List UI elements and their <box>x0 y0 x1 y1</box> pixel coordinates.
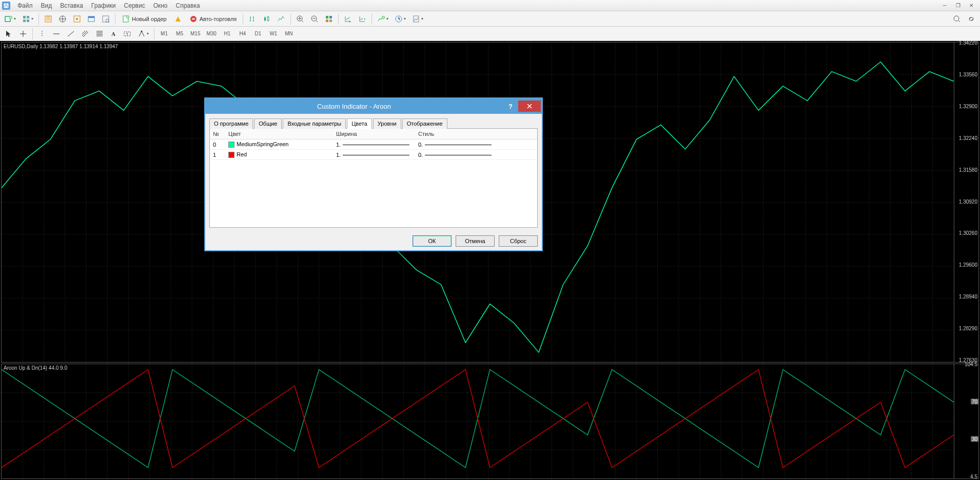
dialog-titlebar[interactable]: Custom Indicator - Aroon ? <box>205 98 542 114</box>
vertical-line-button[interactable] <box>35 28 49 40</box>
svg-point-33 <box>141 30 143 32</box>
templates-button[interactable]: ▾ <box>409 13 426 25</box>
zoom-out-button[interactable] <box>308 13 321 25</box>
metaquotes-button[interactable] <box>171 13 185 25</box>
link-icon[interactable] <box>965 13 978 25</box>
colors-tab-content: № Цвет Ширина Стиль 0 MediumSpringGreen … <box>209 128 538 228</box>
tile-windows-button[interactable] <box>322 13 336 25</box>
menu-help[interactable]: Справка <box>172 1 204 10</box>
menu-view[interactable]: Вид <box>37 1 56 10</box>
crosshair-button[interactable] <box>16 28 30 40</box>
close-button[interactable]: ✕ <box>965 1 978 10</box>
minimize-button[interactable]: ─ <box>938 1 951 10</box>
svg-rect-20 <box>267 17 269 21</box>
svg-rect-18 <box>192 18 195 19</box>
svg-text:T: T <box>126 32 129 36</box>
tab-about[interactable]: О программе <box>209 118 253 129</box>
svg-rect-12 <box>88 16 94 18</box>
objects-button[interactable]: ▾ <box>135 28 151 40</box>
svg-rect-23 <box>326 16 328 18</box>
svg-rect-5 <box>23 19 26 22</box>
timeframe-d1[interactable]: D1 <box>251 28 265 39</box>
main-chart-label: EURUSD,Daily 1.13982 1.13987 1.13914 1.1… <box>4 44 118 49</box>
periodicity-button[interactable]: ▾ <box>392 13 408 25</box>
tab-levels[interactable]: Уровни <box>373 118 401 129</box>
profiles-button[interactable]: ▾ <box>19 13 36 25</box>
data-window-button[interactable] <box>70 13 84 25</box>
draw-toolbar: A T ▾ M1 M5 M15 M30 H1 H4 D1 W1 MN <box>0 27 980 41</box>
app-icon <box>2 2 10 10</box>
menu-file[interactable]: Файл <box>13 1 37 10</box>
timeframe-m1[interactable]: M1 <box>157 28 171 39</box>
autotrading-button[interactable]: Авто-торговля <box>186 13 241 25</box>
autotrading-label: Авто-торговля <box>200 16 237 22</box>
dialog-tabs: О программе Общие Входные параметры Цвет… <box>209 118 538 128</box>
indicator-dialog: Custom Indicator - Aroon ? О программе О… <box>204 97 543 251</box>
timeframe-m30[interactable]: M30 <box>204 28 219 39</box>
search-icon[interactable] <box>950 13 964 25</box>
svg-rect-4 <box>27 16 29 18</box>
navigator-button[interactable] <box>56 13 69 25</box>
timeframe-m5[interactable]: M5 <box>172 28 187 39</box>
menu-bar: Файл Вид Вставка Графики Сервис Окно Спр… <box>0 0 980 11</box>
bar-chart-button[interactable] <box>246 13 259 25</box>
col-style[interactable]: Стиль <box>415 129 537 139</box>
help-button[interactable]: ? <box>503 101 518 112</box>
chart-shift-button[interactable] <box>356 13 369 25</box>
table-row[interactable]: 1 Red 1. 0. <box>210 150 537 160</box>
indicators-button[interactable]: ▾ <box>375 13 391 25</box>
timeframe-m15[interactable]: M15 <box>188 28 203 39</box>
cancel-button[interactable]: Отмена <box>456 235 495 247</box>
tab-display[interactable]: Отображение <box>402 118 447 129</box>
ok-button[interactable]: ОК <box>413 235 452 247</box>
new-chart-button[interactable]: ▾ <box>2 13 18 25</box>
tab-inputs[interactable]: Входные параметры <box>283 118 346 129</box>
menu-insert[interactable]: Вставка <box>56 1 87 10</box>
main-toolbar: ▾ ▾ Новый ордер Авто-торговля ▾ ▾ ▾ <box>0 11 980 27</box>
timeframe-h1[interactable]: H1 <box>220 28 234 39</box>
candle-chart-button[interactable] <box>260 13 273 25</box>
menu-charts[interactable]: Графики <box>87 1 120 10</box>
timeframe-w1[interactable]: W1 <box>266 28 281 39</box>
indicator-chart[interactable]: Aroon Up & Dn(14) 44.0 9.0 104.570304.5 <box>1 364 979 479</box>
equidistant-button[interactable] <box>79 28 92 40</box>
close-icon[interactable] <box>518 101 541 112</box>
tab-common[interactable]: Общие <box>254 118 282 129</box>
strategy-tester-button[interactable] <box>99 13 112 25</box>
text-button[interactable]: A <box>107 28 120 40</box>
maximize-button[interactable]: ❐ <box>951 1 965 10</box>
cursor-button[interactable] <box>2 28 15 40</box>
svg-rect-25 <box>326 19 328 22</box>
col-color[interactable]: Цвет <box>225 129 333 139</box>
menu-service[interactable]: Сервис <box>120 1 149 10</box>
svg-rect-24 <box>329 16 332 18</box>
horizontal-line-button[interactable] <box>50 28 63 40</box>
zoom-in-button[interactable] <box>293 13 307 25</box>
indicator-scale: 104.570304.5 <box>954 364 978 478</box>
tab-colors[interactable]: Цвета <box>347 118 372 129</box>
trend-line-button[interactable] <box>64 28 77 40</box>
colors-table: № Цвет Ширина Стиль 0 MediumSpringGreen … <box>210 129 537 160</box>
new-order-button[interactable]: Новый ордер <box>118 13 170 25</box>
reset-button[interactable]: Сброс <box>499 235 538 247</box>
indicator-chart-label: Aroon Up & Dn(14) 44.0 9.0 <box>4 365 67 371</box>
col-index[interactable]: № <box>210 129 225 139</box>
timeframe-h4[interactable]: H4 <box>236 28 250 39</box>
svg-rect-6 <box>27 19 29 22</box>
table-row[interactable]: 0 MediumSpringGreen 1. 0. <box>210 139 537 150</box>
svg-rect-29 <box>414 16 419 22</box>
new-order-label: Новый ордер <box>132 16 167 22</box>
price-scale: 1.342201.335601.329001.322401.315801.309… <box>954 43 978 362</box>
line-chart-button[interactable] <box>275 13 288 25</box>
svg-rect-3 <box>23 16 26 18</box>
market-watch-button[interactable] <box>42 13 55 25</box>
fibonacci-button[interactable] <box>93 28 106 40</box>
text-label-button[interactable]: T <box>121 28 134 40</box>
auto-scroll-button[interactable] <box>341 13 355 25</box>
col-width[interactable]: Ширина <box>333 129 415 139</box>
terminal-button[interactable] <box>85 13 98 25</box>
svg-point-10 <box>76 18 78 20</box>
timeframe-mn[interactable]: MN <box>282 28 296 39</box>
menu-window[interactable]: Окно <box>149 1 172 10</box>
svg-rect-19 <box>264 17 266 21</box>
